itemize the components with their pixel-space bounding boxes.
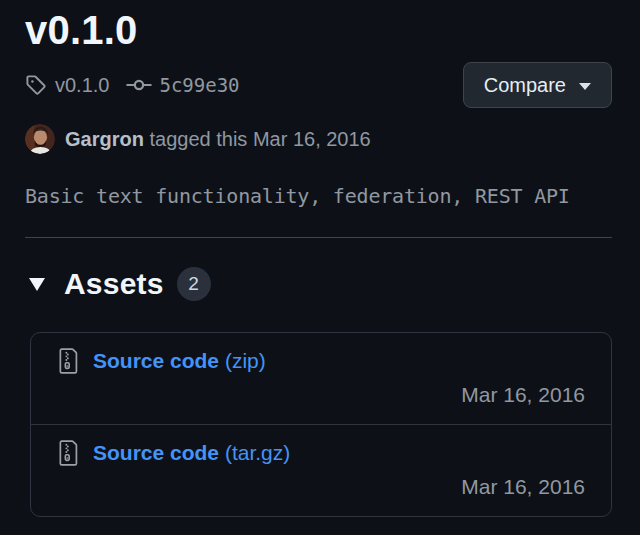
compare-button[interactable]: Compare: [463, 62, 612, 108]
release-header-row: v0.1.0 5c99e30 Compare: [25, 62, 612, 108]
assets-heading: Assets: [64, 267, 164, 301]
triangle-down-icon: [29, 278, 45, 291]
author-row: Gargron tagged this Mar 16, 2016: [25, 124, 612, 154]
release-description: Basic text functionality, federation, RE…: [25, 184, 612, 208]
asset-row-zip: Source code (zip) Mar 16, 2016: [31, 333, 611, 424]
section-divider: [25, 237, 612, 238]
assets-toggle[interactable]: Assets 2: [25, 267, 211, 301]
release-page: v0.1.0 v0.1.0 5c99e30 Comp: [0, 0, 640, 517]
asset-link-targz[interactable]: Source code (tar.gz): [93, 441, 290, 465]
asset-row-targz: Source code (tar.gz) Mar 16, 2016: [31, 424, 611, 516]
tag-icon: [25, 74, 47, 96]
tag-name-label: v0.1.0: [55, 74, 109, 97]
git-commit-icon: [125, 74, 153, 96]
author-name[interactable]: Gargron: [65, 128, 144, 150]
file-zip-icon: [57, 348, 80, 374]
tagged-date: Mar 16, 2016: [253, 128, 371, 150]
compare-button-label: Compare: [484, 74, 566, 97]
release-meta: v0.1.0 5c99e30: [25, 74, 240, 97]
file-zip-icon: [57, 440, 80, 466]
commit-sha: 5c99e30: [159, 74, 239, 96]
asset-date: Mar 16, 2016: [57, 383, 585, 407]
release-title: v0.1.0: [25, 6, 612, 54]
tagged-line: Gargron tagged this Mar 16, 2016: [65, 128, 371, 151]
assets-count-badge: 2: [177, 267, 211, 301]
chevron-down-icon: [579, 83, 591, 90]
commit-link[interactable]: 5c99e30: [125, 74, 239, 96]
asset-date: Mar 16, 2016: [57, 475, 585, 499]
asset-link-zip[interactable]: Source code (zip): [93, 349, 266, 373]
assets-list: Source code (zip) Mar 16, 2016 Source co…: [30, 332, 612, 517]
avatar[interactable]: [25, 124, 55, 154]
tagged-this-text: tagged this: [149, 128, 247, 150]
